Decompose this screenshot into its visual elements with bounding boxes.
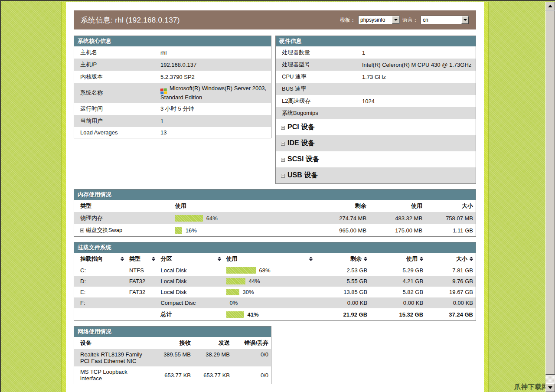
memory-size: 1.11 GB: [425, 224, 476, 236]
fs-type: FAT32: [127, 276, 158, 287]
fs-mount: C:: [74, 265, 127, 276]
row-value: Microsoft(R) Windows(R) Server 2003, Sta…: [158, 83, 271, 103]
net-device: Realtek RTL8139 Family PCI Fast Ethernet…: [74, 349, 150, 366]
hardware-panel: 硬件信息 处理器数量 1 处理器型号 Intel(R) Celeron(R) M…: [275, 36, 476, 184]
sort-arrows-icon[interactable]: [121, 257, 124, 261]
arrow-down-icon: [548, 386, 552, 389]
net-errors: 0/0: [232, 349, 271, 366]
usb-devices-toggle[interactable]: USB 设备: [276, 167, 476, 183]
row-label: 处理器型号: [276, 59, 359, 71]
swap-label: 磁盘交换Swap: [86, 227, 123, 233]
column-header-sortable[interactable]: 剩余: [315, 253, 370, 265]
scsi-devices-toggle[interactable]: SCSI 设备: [276, 151, 476, 167]
usage-percent: 30%: [243, 289, 254, 295]
row-label: 系统名称: [74, 83, 158, 103]
column-header-sortable[interactable]: 大小: [426, 253, 476, 265]
row-label: 主机IP: [74, 59, 158, 71]
pci-devices-toggle[interactable]: PCI 设备: [276, 119, 476, 135]
row-value: 13: [158, 127, 271, 138]
hardware-title: 硬件信息: [276, 36, 476, 46]
sort-arrows-icon[interactable]: [309, 257, 313, 261]
row-value: 192.168.0.137: [158, 59, 271, 71]
column-header-sortable[interactable]: 挂载指向: [74, 253, 127, 265]
column-header-sortable[interactable]: 使用: [224, 253, 316, 265]
usage-percent: 16%: [186, 227, 197, 234]
fs-mount: F:: [74, 297, 127, 308]
expand-plus-icon[interactable]: [281, 126, 285, 130]
fs-free: 21.92 GB: [315, 308, 370, 320]
template-select-dropdown-button[interactable]: [392, 16, 399, 24]
expand-plus-icon[interactable]: [281, 158, 285, 162]
row-value: 1.73 GHz: [359, 71, 476, 83]
memory-size: 758.07 MB: [425, 212, 476, 224]
row-value: Intel(R) Celeron(R) M CPU 430 @ 1.73GHz: [359, 59, 476, 71]
sort-arrows-icon[interactable]: [470, 257, 473, 261]
os-name-text: Microsoft(R) Windows(R) Server 2003, Sta…: [160, 85, 266, 101]
column-header-sortable[interactable]: 分区: [158, 253, 223, 265]
sort-arrows-icon[interactable]: [364, 257, 367, 261]
scrollbar-up-button[interactable]: [545, 2, 555, 10]
table-row: 主机名 rhl: [74, 46, 271, 59]
column-header-sortable[interactable]: 类型: [127, 253, 158, 265]
memory-usage-table: 类型 使用 剩余 使用 大小 物理内存 64% 274.74 MB 483.32…: [74, 200, 476, 236]
ide-devices-toggle[interactable]: IDE 设备: [276, 135, 476, 151]
row-value: 1: [158, 115, 271, 127]
device-section-label: USB 设备: [287, 171, 318, 179]
row-label: Load Averages: [74, 127, 158, 138]
row-label: BUS 速率: [276, 83, 359, 95]
row-label: 主机名: [74, 46, 158, 59]
expand-plus-icon[interactable]: [281, 142, 285, 146]
fs-type: FAT32: [127, 287, 158, 297]
memory-free: 965.00 MB: [312, 224, 369, 236]
usage-cell: 41%: [224, 308, 316, 320]
sort-arrows-icon[interactable]: [420, 257, 423, 261]
column-header: 类型: [74, 200, 173, 212]
memory-type: 物理内存: [74, 212, 173, 224]
vertical-scrollbar[interactable]: [545, 2, 555, 392]
template-select[interactable]: phpsysinfo: [358, 16, 400, 24]
page-title: 系统信息: rhl (192.168.0.137): [81, 15, 180, 25]
row-value: [359, 107, 476, 119]
table-row: 当前用户 1: [74, 115, 271, 127]
language-select[interactable]: cn: [421, 16, 469, 24]
fs-mount: [74, 308, 127, 320]
device-section-label: SCSI 设备: [287, 155, 320, 163]
usage-percent: 44%: [249, 278, 260, 284]
system-vitals-title: 系统核心信息: [74, 36, 271, 46]
column-header: 错误/丢弃: [232, 337, 271, 349]
network-usage-table: 设备 接收 发送 错误/丢弃 Realtek RTL8139 Family PC…: [74, 337, 271, 384]
left-accent-stripe: [61, 2, 66, 392]
sort-arrows-icon[interactable]: [218, 257, 221, 261]
column-header: 使用: [369, 200, 425, 212]
template-label: 模板：: [340, 16, 356, 24]
row-label: 运行时间: [74, 103, 158, 115]
language-select-dropdown-button[interactable]: [461, 16, 469, 24]
sort-arrows-icon[interactable]: [152, 257, 155, 261]
network-row: Realtek RTL8139 Family PCI Fast Ethernet…: [74, 349, 271, 366]
net-device: MS TCP Loopback interface: [74, 366, 150, 384]
row-value: 1: [359, 46, 476, 59]
fs-free: 13.85 GB: [315, 287, 370, 297]
scrollbar-thumb[interactable]: [545, 10, 555, 375]
site-watermark: 爪神下载网: [514, 383, 549, 391]
filesystem-total-row: 总计 41% 21.92 GB 15.32 GB 37.24 GB: [74, 308, 476, 320]
column-header: 发送: [193, 337, 232, 349]
scrollbar-down-button[interactable]: [545, 383, 555, 392]
row-value: rhl: [158, 46, 271, 59]
memory-type: 磁盘交换Swap: [74, 224, 173, 236]
fs-used: 15.32 GB: [370, 308, 426, 320]
column-header-label: 使用: [226, 255, 238, 263]
column-header-sortable[interactable]: 使用: [370, 253, 426, 265]
network-row: MS TCP Loopback interface 653.77 KB 653.…: [74, 366, 271, 384]
column-header: 使用: [173, 200, 312, 212]
row-label: 系统Bogomips: [276, 107, 359, 119]
column-header-row: 类型 使用 剩余 使用 大小: [74, 200, 476, 212]
fs-size: 7.81 GB: [426, 265, 476, 276]
fs-free: 0.00 KB: [315, 297, 370, 308]
usage-cell: 44%: [224, 276, 316, 287]
expand-plus-icon[interactable]: [281, 174, 285, 178]
device-section-row: SCSI 设备: [276, 151, 476, 167]
expand-plus-icon[interactable]: [80, 229, 84, 232]
hardware-table: 处理器数量 1 处理器型号 Intel(R) Celeron(R) M CPU …: [276, 46, 476, 183]
usage-bar: [226, 311, 244, 318]
